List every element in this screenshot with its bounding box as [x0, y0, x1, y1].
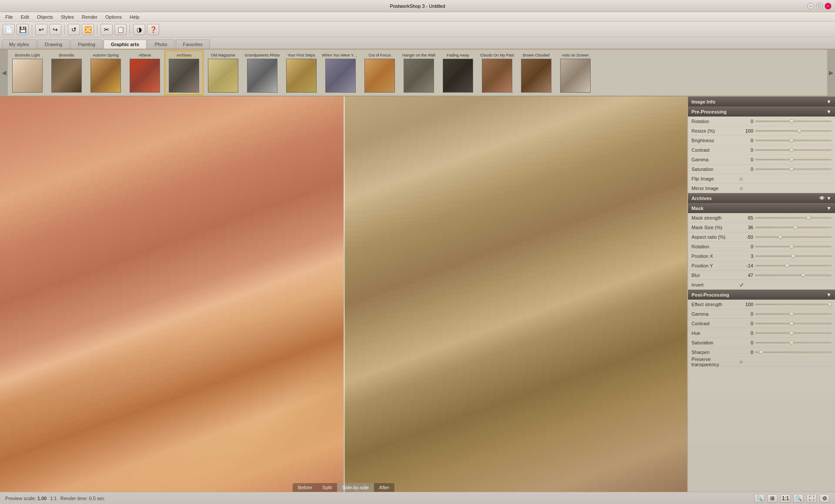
slider-sharpen[interactable]	[755, 349, 832, 355]
menu-options[interactable]: Options	[102, 13, 125, 20]
view-after-button[interactable]: After	[374, 483, 394, 492]
cut-button[interactable]: ✂	[100, 24, 113, 35]
minimize-button[interactable]: –	[807, 3, 814, 10]
zoom-fit-button[interactable]: ⊞	[767, 494, 778, 503]
checkbox-preserve-transparency[interactable]: ○	[739, 358, 743, 365]
view-split-button[interactable]: Split	[317, 483, 337, 492]
canvas-split-divider[interactable]	[344, 97, 345, 492]
view-sidebyside-button[interactable]: Side-by-side	[337, 483, 374, 492]
maximize-button[interactable]: □	[816, 3, 823, 10]
slider-blur[interactable]	[755, 272, 832, 278]
preview-scale-label: Preview scale: 1.00	[5, 496, 47, 501]
view-before-button[interactable]: Before	[293, 483, 317, 492]
collapse-icon-post_processing[interactable]: ▼	[826, 292, 832, 298]
checkbox-mirror-image[interactable]: ○	[739, 185, 743, 192]
menu-styles[interactable]: Styles	[57, 13, 77, 20]
reset-button[interactable]: ↺	[68, 24, 80, 35]
undo-button[interactable]: ↩	[35, 24, 47, 35]
slider-position-y[interactable]	[755, 263, 832, 269]
zoom-100-button[interactable]: 1:1	[780, 494, 791, 503]
filter-item-clouds[interactable]: Clouds On My Past	[478, 50, 517, 95]
random-button[interactable]: 🔀	[82, 24, 94, 35]
section-header-archives[interactable]: Archives👁▼	[688, 193, 835, 203]
slider-gamma[interactable]	[755, 311, 832, 317]
filter-label-brownclouded: Brown Clouded	[523, 53, 550, 57]
panel-label-position-x: Position X	[691, 254, 739, 259]
copy-button[interactable]: 📋	[114, 24, 127, 35]
redo-button[interactable]: ↪	[49, 24, 61, 35]
slider-resize-(%)[interactable]	[755, 128, 832, 134]
section-header-mask[interactable]: Mask▼	[688, 203, 835, 213]
slider-gamma[interactable]	[755, 157, 832, 163]
settings-button[interactable]: ⚙	[819, 494, 830, 503]
slider-position-x[interactable]	[755, 253, 832, 259]
filter-prev-arrow[interactable]: ◀	[0, 50, 8, 96]
filter-thumb-bromolis	[51, 59, 82, 93]
slider-aspect-ratio-(%)[interactable]	[755, 234, 832, 240]
new-button[interactable]: 📄	[3, 24, 15, 35]
collapse-icon-image_info[interactable]: ▼	[826, 99, 832, 105]
slider-rotation[interactable]	[755, 118, 832, 124]
menu-edit[interactable]: Edit	[17, 13, 33, 20]
slider-saturation[interactable]	[755, 166, 832, 172]
panel-label-mask-size-(%): Mask Size (%)	[691, 225, 739, 230]
tab-photo[interactable]: Photo	[147, 40, 175, 49]
filter-item-athene[interactable]: Athene	[125, 50, 164, 95]
slider-contrast[interactable]	[755, 320, 832, 327]
filter-item-autumn[interactable]: Autumn Spring	[86, 50, 125, 95]
filter-item-firststeps[interactable]: Your First Steps	[282, 50, 321, 95]
filter-item-archives[interactable]: Archives	[164, 50, 204, 95]
panel-label-blur: Blur	[691, 273, 739, 278]
filter-item-bromolis[interactable]: Bromolis	[47, 50, 86, 95]
filter-next-arrow[interactable]: ▶	[827, 50, 835, 96]
close-button[interactable]: ×	[825, 3, 832, 10]
collapse-icon-mask[interactable]: ▼	[826, 205, 832, 211]
slider-hue[interactable]	[755, 330, 832, 336]
panel-label-contrast: Contrast	[691, 321, 739, 326]
fullscreen-button[interactable]: ⛶	[806, 494, 817, 503]
collapse-icon-archives[interactable]: ▼	[826, 195, 832, 201]
slider-contrast[interactable]	[755, 147, 832, 153]
filter-item-hangin[interactable]: Hangin on the Wall	[399, 50, 438, 95]
filter-item-oldmag[interactable]: Old Magazine	[204, 50, 243, 95]
filter-item-outfocus[interactable]: Out of Focus	[360, 50, 399, 95]
slider-brightness[interactable]	[755, 137, 832, 144]
filter-item-bromolislight[interactable]: Bromolis Light	[8, 50, 47, 95]
window-controls[interactable]: – □ ×	[807, 3, 832, 10]
zoom-out-button[interactable]: 🔍	[754, 494, 765, 503]
collapse-icon-pre_processing[interactable]: ▼	[826, 109, 832, 115]
right-panel: Image Info▼Pre-Processing▼ Rotation 0 Re…	[687, 97, 835, 492]
section-header-pre_processing[interactable]: Pre-Processing▼	[688, 107, 835, 117]
menu-file[interactable]: File	[2, 13, 17, 20]
section-header-image_info[interactable]: Image Info▼	[688, 97, 835, 107]
panel-value-gamma: 0	[739, 311, 755, 317]
view-button[interactable]: ◑	[133, 24, 145, 35]
filter-item-fading[interactable]: Fading Away	[438, 50, 478, 95]
tab-favorites[interactable]: Favorites	[176, 40, 210, 49]
slider-saturation[interactable]	[755, 340, 832, 346]
checkbox-flip-image[interactable]: ○	[739, 175, 743, 182]
filter-item-ants[interactable]: Ants on Screen	[556, 50, 595, 95]
filter-item-brownclouded[interactable]: Brown Clouded	[517, 50, 556, 95]
slider-mask-size-(%)[interactable]	[755, 224, 832, 230]
menu-objects[interactable]: Objects	[33, 13, 57, 20]
slider-mask-strength[interactable]	[755, 215, 832, 221]
menu-help[interactable]: Help	[126, 13, 143, 20]
filter-item-whenyoung[interactable]: When You Were Young	[321, 50, 360, 95]
zoom-in-button[interactable]: 🔍	[793, 494, 804, 503]
tab-drawing[interactable]: Drawing	[37, 40, 70, 49]
section-header-post_processing[interactable]: Post-Processing▼	[688, 290, 835, 300]
menu-render[interactable]: Render	[78, 13, 101, 20]
help-button[interactable]: ❓	[147, 24, 159, 35]
filter-item-grandparents[interactable]: Grandparents Photo	[243, 50, 282, 95]
slider-rotation[interactable]	[755, 244, 832, 250]
panel-label-flip-image: Flip Image	[691, 176, 739, 181]
tab-my-styles[interactable]: My styles	[2, 40, 37, 49]
titlebar: PostworkShop 3 - Untitled – □ ×	[0, 0, 835, 12]
tab-graphic-arts[interactable]: Graphic arts	[104, 40, 147, 49]
tab-painting[interactable]: Painting	[70, 40, 103, 49]
eye-icon[interactable]: 👁	[819, 195, 825, 201]
save-button[interactable]: 💾	[17, 24, 29, 35]
slider-effect-strength[interactable]	[755, 301, 832, 307]
checkbox-invert[interactable]: ✓	[739, 281, 745, 288]
